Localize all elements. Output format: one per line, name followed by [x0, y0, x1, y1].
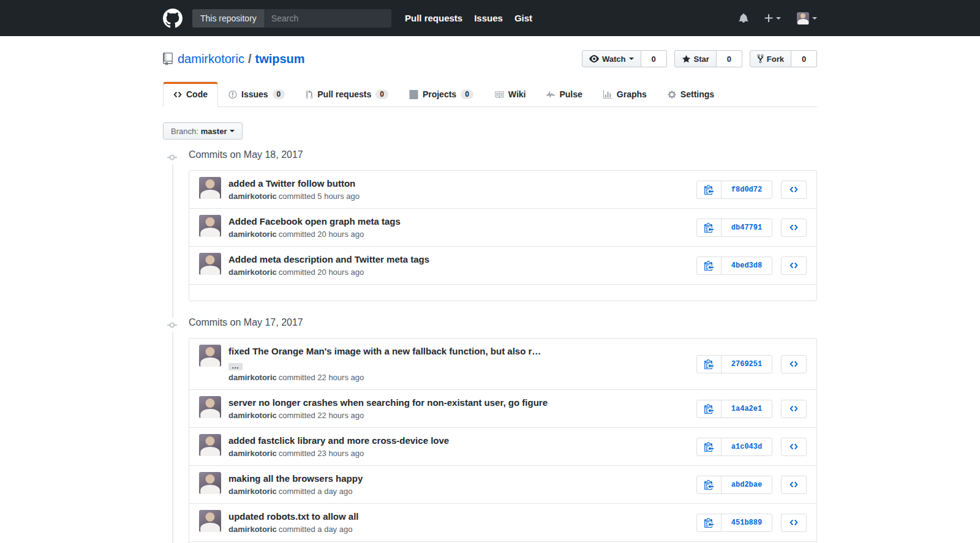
nav-gist[interactable]: Gist [514, 13, 532, 23]
author-avatar[interactable] [199, 434, 221, 456]
author-avatar[interactable] [199, 345, 221, 367]
copy-sha-button[interactable] [696, 438, 722, 456]
commit-sha-link[interactable]: 4bed3d8 [721, 257, 772, 275]
branch-selector-button[interactable]: Branch: master [163, 122, 243, 140]
commit-byline: damirkotoriccommitted 20 hours ago [228, 229, 401, 240]
commit-time: committed 5 hours ago [279, 192, 360, 201]
code-icon [790, 480, 798, 489]
tab-graphs[interactable]: Graphs [593, 81, 657, 107]
github-logo-icon[interactable] [163, 9, 183, 28]
tab-pulse[interactable]: Pulse [536, 81, 592, 107]
commit-sha-link[interactable]: abd2bae [721, 476, 772, 494]
pull-requests-counter: 0 [375, 89, 388, 99]
commit-title-link[interactable]: making all the browsers happy [228, 473, 363, 485]
commit-byline: damirkotoriccommitted 22 hours ago [228, 410, 548, 421]
user-menu[interactable] [797, 12, 817, 24]
commit-sha-link[interactable]: f8d0d72 [721, 181, 772, 199]
tab-projects[interactable]: Projects 0 [399, 81, 484, 107]
star-button[interactable]: Star [674, 50, 717, 67]
browse-code-button[interactable] [781, 476, 807, 494]
commit-title-link[interactable]: Added meta description and Twitter meta … [228, 253, 429, 266]
pulse-icon [546, 90, 555, 99]
tab-issues[interactable]: Issues 0 [218, 81, 295, 107]
commit-group: Commits on May 17, 2017 fixed The Orange… [189, 317, 817, 543]
author-avatar[interactable] [199, 510, 221, 532]
author-avatar[interactable] [199, 396, 221, 418]
commit-author-link[interactable]: damirkotoric [228, 525, 277, 534]
repo-name-link[interactable]: twipsum [255, 52, 304, 66]
commit-time: committed a day ago [279, 525, 353, 534]
copy-sha-button[interactable] [696, 355, 722, 373]
code-icon [790, 404, 798, 413]
nav-issues[interactable]: Issues [474, 13, 503, 23]
browse-code-button[interactable] [781, 219, 807, 237]
commit-author-link[interactable]: damirkotoric [228, 268, 277, 277]
browse-code-button[interactable] [781, 355, 807, 373]
browse-code-button[interactable] [781, 514, 807, 532]
star-count[interactable]: 0 [717, 50, 742, 67]
copy-sha-button[interactable] [696, 400, 722, 418]
clipboard-copy-icon [704, 260, 714, 271]
fork-button[interactable]: Fork [750, 50, 791, 67]
commit-title-link[interactable]: added a Twitter follow button [228, 178, 355, 190]
commit-title-link[interactable]: server no longer crashes when searching … [228, 397, 548, 409]
commit-author-link[interactable]: damirkotoric [228, 373, 277, 382]
tab-label: Settings [680, 89, 714, 99]
commit-author-link[interactable]: damirkotoric [228, 449, 277, 458]
copy-sha-button[interactable] [696, 476, 722, 494]
repo-owner-link[interactable]: damirkotoric [178, 52, 244, 66]
commit-time: committed 23 hours ago [279, 449, 364, 458]
commit-actions: 451b889 [696, 514, 807, 532]
code-icon [790, 518, 798, 527]
commit-row: Added Facebook open graph meta tags dami… [189, 208, 816, 246]
commit-group: Commits on May 18, 2017 added a Twitter … [189, 149, 817, 301]
repo-separator: / [248, 52, 252, 66]
author-avatar[interactable] [199, 215, 221, 237]
fork-label: Fork [767, 54, 784, 64]
expand-commit-message-button[interactable]: … [228, 363, 243, 370]
tab-code[interactable]: Code [163, 81, 218, 107]
commit-byline: damirkotoriccommitted 23 hours ago [228, 448, 449, 459]
commit-author-link[interactable]: damirkotoric [228, 411, 277, 420]
commit-author-link[interactable]: damirkotoric [228, 230, 277, 239]
commit-sha-link[interactable]: db47791 [721, 219, 772, 237]
fork-count[interactable]: 0 [791, 50, 817, 67]
copy-sha-button[interactable] [696, 514, 722, 532]
copy-sha-button[interactable] [696, 219, 722, 237]
search-scope-label: This repository [192, 9, 265, 28]
commit-sha-link[interactable]: 1a4a2e1 [721, 400, 772, 418]
watch-count[interactable]: 0 [641, 50, 667, 67]
commit-sha-link[interactable]: 451b889 [721, 514, 772, 532]
commit-sha-link[interactable]: a1c043d [721, 438, 772, 456]
commit-title-link[interactable]: Added Facebook open graph meta tags [228, 215, 401, 228]
commit-author-link[interactable]: damirkotoric [228, 192, 277, 201]
user-avatar [797, 12, 809, 24]
author-avatar[interactable] [199, 472, 221, 494]
create-new-plus-icon[interactable] [764, 13, 781, 23]
nav-pull-requests[interactable]: Pull requests [405, 13, 462, 23]
copy-sha-button[interactable] [696, 181, 722, 199]
author-avatar[interactable] [199, 177, 221, 199]
tab-settings[interactable]: Settings [657, 81, 725, 107]
tab-label: Graphs [617, 89, 647, 99]
notifications-bell-icon[interactable] [739, 13, 748, 23]
search-input[interactable] [265, 9, 391, 28]
author-avatar[interactable] [199, 253, 221, 275]
commit-title-link[interactable]: added fastclick library and more cross-d… [228, 435, 449, 447]
repo-header: damirkotoric / twipsum Watch 0 Star 0 Fo… [163, 36, 817, 67]
tab-wiki[interactable]: Wiki [484, 81, 537, 107]
commit-author-link[interactable]: damirkotoric [228, 487, 277, 496]
browse-code-button[interactable] [781, 181, 807, 199]
commit-sha-link[interactable]: 2769251 [721, 355, 772, 373]
watch-button[interactable]: Watch [582, 50, 641, 67]
commit-title-link[interactable]: updated robots.txt to allow all [228, 511, 359, 523]
commit-title-link[interactable]: fixed The Orange Man's image with a new … [228, 345, 541, 358]
tab-label: Issues [241, 89, 268, 99]
commit-row: updated robots.txt to allow all damirkot… [189, 503, 816, 541]
browse-code-button[interactable] [781, 400, 807, 418]
git-commit-icon [166, 318, 178, 332]
tab-pull-requests[interactable]: Pull requests 0 [295, 81, 399, 107]
browse-code-button[interactable] [781, 438, 807, 456]
browse-code-button[interactable] [781, 257, 807, 275]
copy-sha-button[interactable] [696, 257, 722, 275]
